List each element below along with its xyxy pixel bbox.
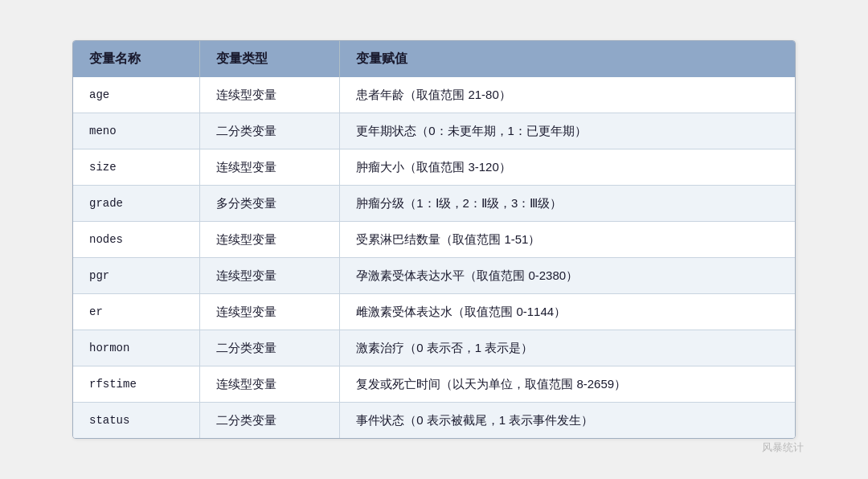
table-row: rfstime连续型变量复发或死亡时间（以天为单位，取值范围 8-2659） [73, 366, 795, 403]
cell-variable-value: 雌激素受体表达水（取值范围 0-1144） [340, 294, 795, 330]
table-row: age连续型变量患者年龄（取值范围 21-80） [73, 77, 795, 113]
cell-variable-value: 激素治疗（0 表示否，1 表示是） [340, 330, 795, 366]
cell-variable-type: 连续型变量 [199, 366, 340, 403]
cell-variable-value: 受累淋巴结数量（取值范围 1-51） [340, 222, 795, 258]
cell-variable-name: rfstime [73, 366, 199, 403]
cell-variable-value: 更年期状态（0：未更年期，1：已更年期） [340, 113, 795, 149]
page-wrapper: 变量名称 变量类型 变量赋值 age连续型变量患者年龄（取值范围 21-80）m… [0, 0, 868, 479]
cell-variable-name: status [73, 403, 199, 439]
table-header-row: 变量名称 变量类型 变量赋值 [73, 41, 795, 77]
cell-variable-value: 复发或死亡时间（以天为单位，取值范围 8-2659） [340, 366, 795, 403]
data-table-container: 变量名称 变量类型 变量赋值 age连续型变量患者年龄（取值范围 21-80）m… [72, 40, 796, 439]
cell-variable-type: 二分类变量 [199, 403, 340, 439]
cell-variable-value: 肿瘤分级（1：Ⅰ级，2：Ⅱ级，3：Ⅲ级） [340, 186, 795, 222]
table-row: status二分类变量事件状态（0 表示被截尾，1 表示事件发生） [73, 403, 795, 439]
cell-variable-type: 连续型变量 [199, 77, 340, 113]
variable-table: 变量名称 变量类型 变量赋值 age连续型变量患者年龄（取值范围 21-80）m… [73, 41, 795, 438]
col-header-type: 变量类型 [199, 41, 340, 77]
col-header-value: 变量赋值 [340, 41, 795, 77]
cell-variable-type: 连续型变量 [199, 258, 340, 294]
table-row: hormon二分类变量激素治疗（0 表示否，1 表示是） [73, 330, 795, 366]
cell-variable-value: 孕激素受体表达水平（取值范围 0-2380） [340, 258, 795, 294]
table-row: pgr连续型变量孕激素受体表达水平（取值范围 0-2380） [73, 258, 795, 294]
cell-variable-name: er [73, 294, 199, 330]
cell-variable-type: 二分类变量 [199, 113, 340, 149]
table-row: size连续型变量肿瘤大小（取值范围 3-120） [73, 149, 795, 186]
cell-variable-name: hormon [73, 330, 199, 366]
cell-variable-name: size [73, 149, 199, 186]
table-row: grade多分类变量肿瘤分级（1：Ⅰ级，2：Ⅱ级，3：Ⅲ级） [73, 186, 795, 222]
table-row: nodes连续型变量受累淋巴结数量（取值范围 1-51） [73, 222, 795, 258]
cell-variable-type: 连续型变量 [199, 222, 340, 258]
cell-variable-name: nodes [73, 222, 199, 258]
cell-variable-type: 连续型变量 [199, 294, 340, 330]
watermark: 风暴统计 [762, 440, 804, 455]
cell-variable-type: 二分类变量 [199, 330, 340, 366]
table-row: er连续型变量雌激素受体表达水（取值范围 0-1144） [73, 294, 795, 330]
table-row: meno二分类变量更年期状态（0：未更年期，1：已更年期） [73, 113, 795, 149]
cell-variable-value: 事件状态（0 表示被截尾，1 表示事件发生） [340, 403, 795, 439]
cell-variable-name: meno [73, 113, 199, 149]
cell-variable-name: age [73, 77, 199, 113]
cell-variable-value: 患者年龄（取值范围 21-80） [340, 77, 795, 113]
col-header-name: 变量名称 [73, 41, 199, 77]
cell-variable-type: 连续型变量 [199, 149, 340, 186]
cell-variable-value: 肿瘤大小（取值范围 3-120） [340, 149, 795, 186]
cell-variable-name: pgr [73, 258, 199, 294]
cell-variable-type: 多分类变量 [199, 186, 340, 222]
cell-variable-name: grade [73, 186, 199, 222]
